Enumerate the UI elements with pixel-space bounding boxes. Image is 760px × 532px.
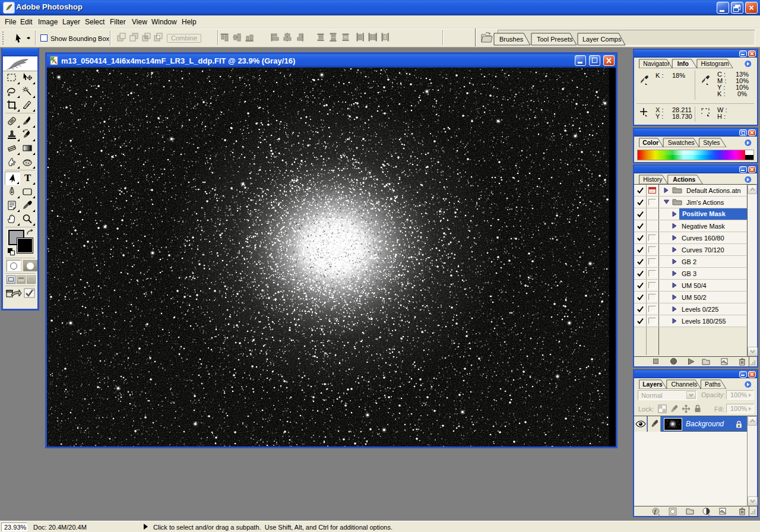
svg-text:Actions: Actions (673, 176, 695, 183)
svg-text:Info: Info (677, 61, 689, 67)
svg-text:Styles: Styles (703, 140, 720, 146)
svg-text:Color: Color (642, 140, 658, 146)
svg-text:Navigator: Navigator (643, 61, 670, 67)
svg-text:T: T (24, 172, 31, 183)
svg-text:History: History (643, 176, 663, 183)
svg-text:Layers: Layers (642, 381, 663, 388)
svg-text:Swatches: Swatches (668, 140, 695, 146)
svg-text:Paths: Paths (705, 381, 721, 388)
svg-text:Channels: Channels (671, 381, 697, 388)
svg-text:Histogram: Histogram (701, 61, 729, 67)
